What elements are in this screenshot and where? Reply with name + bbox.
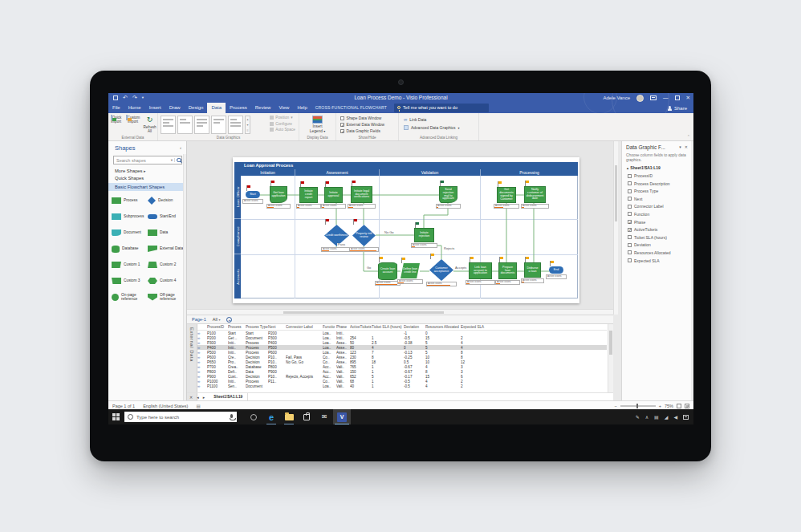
scrollbar-thumb[interactable]: [283, 311, 444, 314]
ribbon-display-options-icon[interactable]: [650, 95, 657, 100]
column-header[interactable]: Next: [268, 325, 286, 329]
column-header[interactable]: Functio: [323, 325, 336, 329]
field-checkbox-row[interactable]: Process Type: [628, 189, 688, 193]
zoom-slider-thumb[interactable]: [636, 404, 638, 408]
flowchart-node[interactable]: Initiate approval ActiveTickets: [324, 187, 343, 203]
canvas-horizontal-scrollbar[interactable]: [187, 309, 613, 315]
taskbar-icon-cortana[interactable]: [245, 409, 262, 424]
drawing-canvas[interactable]: Loan Approval Process Initiation Assessm…: [187, 141, 613, 315]
shape-master[interactable]: Database: [112, 244, 148, 254]
zoom-level[interactable]: 75%: [665, 404, 673, 408]
network-icon[interactable]: ◢: [665, 414, 669, 420]
flowchart-node[interactable]: Link loan account to application ActiveT…: [469, 262, 492, 279]
ribbon-tab[interactable]: Process: [226, 103, 251, 113]
column-header[interactable]: Deviation: [404, 325, 425, 329]
avatar[interactable]: [636, 95, 644, 102]
external-data-tab[interactable]: External Data: [187, 324, 197, 400]
next-sheet-icon[interactable]: ▸: [203, 395, 205, 400]
taskbar-search-input[interactable]: Type here to search: [124, 412, 237, 422]
shape-master[interactable]: Data: [148, 228, 184, 238]
column-header[interactable]: Resources Allocated: [425, 325, 461, 329]
show-hide-checkbox[interactable]: Shape Data Window: [340, 116, 398, 120]
shape-master[interactable]: On-page reference: [112, 292, 148, 302]
column-header[interactable]: Expected SLA: [461, 325, 489, 329]
field-checkbox-row[interactable]: Resources Allocated: [628, 250, 688, 255]
shape-master[interactable]: Start/End: [148, 212, 184, 221]
column-header[interactable]: Process Type: [246, 325, 268, 329]
field-checkbox-row[interactable]: Expected SLA: [628, 258, 688, 263]
ribbon-tab[interactable]: Draw: [165, 103, 185, 113]
ribbon-tab[interactable]: Help: [293, 103, 311, 113]
taskbar-icon-store[interactable]: [298, 409, 315, 424]
shape-master[interactable]: Custom 1: [112, 260, 148, 270]
more-shapes-link[interactable]: More Shapes ▸: [115, 169, 146, 173]
table-row[interactable]: ∞ P1100 Sen.. Document Loa.. Vali.. 40 1: [197, 384, 607, 388]
taskbar-icon-mail[interactable]: ✉: [315, 409, 333, 424]
data-source-row[interactable]: ▲ Sheet1!$A1:L19: [626, 165, 661, 170]
flowchart-node[interactable]: Prepare loan documents ActiveTickets: [498, 262, 517, 279]
field-checkbox-row[interactable]: Connector Label: [628, 204, 688, 209]
ribbon-tab[interactable]: File: [108, 103, 124, 113]
ribbon-tab[interactable]: CROSS-FUNCTIONAL FLOWCHART: [311, 103, 391, 113]
flowchart-node[interactable]: Initiate credit report ActiveTickets: [299, 187, 318, 203]
close-icon[interactable]: ✕: [686, 93, 690, 103]
shape-master[interactable]: Document: [112, 228, 148, 238]
shape-search-input[interactable]: Search shapes ▾: [113, 156, 182, 164]
quick-shapes-link[interactable]: Quick Shapes: [115, 176, 144, 181]
full-screen-icon[interactable]: [685, 404, 689, 408]
field-checkbox-row[interactable]: ActiveTickets: [628, 227, 688, 232]
shapes-panel-scrollbar[interactable]: [183, 154, 186, 400]
flowchart-node[interactable]: Initiate legal document verifications Ac…: [351, 186, 372, 203]
all-pages-button[interactable]: All ▾: [213, 317, 221, 322]
panel-scrollbar[interactable]: [691, 141, 693, 400]
flowchart-node[interactable]: Define loan credit line ActiveTickets: [400, 263, 420, 278]
shape-master[interactable]: Custom 2: [148, 260, 184, 270]
flowchart-node[interactable]: Get documents signed by Customer ActiveT…: [497, 187, 516, 203]
data-graphic-style-thumbnail[interactable]: [211, 116, 226, 134]
restore-icon[interactable]: [675, 95, 680, 100]
flowchart-node[interactable]: Notify customer of disbursement date Act…: [524, 186, 546, 203]
flowchart-node[interactable]: Customer acceptance ActiveTickets: [429, 259, 453, 281]
page-tab[interactable]: Page-1: [192, 317, 206, 322]
chevron-up-icon[interactable]: ∧: [645, 414, 649, 420]
gallery-scroll[interactable]: ▴▾≡: [245, 116, 250, 134]
ribbon-tab[interactable]: Review: [251, 103, 275, 113]
field-checkbox-row[interactable]: Deviation: [628, 242, 688, 247]
data-graphic-style-thumbnail[interactable]: [177, 116, 193, 134]
flowchart-node[interactable]: Start ActiveTickets: [246, 191, 260, 198]
column-header[interactable]: Process: [228, 325, 246, 329]
zoom-in-icon[interactable]: +: [659, 404, 661, 408]
panel-menu-icon[interactable]: ▾: [679, 144, 681, 149]
shape-master[interactable]: Decision: [148, 196, 184, 205]
scrollbar-thumb[interactable]: [609, 331, 612, 355]
field-checkbox-row[interactable]: Phase: [628, 220, 688, 225]
touch-keyboard-icon[interactable]: ▤: [654, 414, 659, 420]
collapse-ribbon-icon[interactable]: ⌃: [687, 134, 690, 139]
stencil-tab-basic-flowchart[interactable]: Basic Flowchart Shapes: [108, 183, 184, 191]
add-page-button[interactable]: +: [226, 317, 232, 323]
flowchart-node[interactable]: Initiate rejection ActiveTickets: [414, 228, 434, 242]
previous-sheet-icon[interactable]: ◂: [197, 395, 199, 400]
language-indicator[interactable]: English (United States): [143, 404, 188, 408]
flowchart-node[interactable]: Disburse a loan ActiveTickets: [524, 262, 541, 278]
field-checkbox-row[interactable]: Ticket SLA (hours): [628, 235, 688, 240]
shape-master[interactable]: Off-page reference: [148, 292, 184, 302]
fit-page-icon[interactable]: [677, 404, 681, 408]
taskbar-icon-visio[interactable]: V: [333, 409, 351, 424]
configure-button[interactable]: Configure: [270, 122, 295, 126]
close-panel-icon[interactable]: ✕: [685, 144, 688, 149]
start-button[interactable]: [112, 413, 120, 420]
zoom-out-icon[interactable]: −: [615, 404, 617, 408]
table-scrollbar[interactable]: [608, 324, 613, 392]
flowchart-node[interactable]: Property risk review ActiveTickets: [352, 225, 376, 246]
link-data-button[interactable]: ∞Link Data: [404, 117, 478, 122]
canvas-vertical-scrollbar[interactable]: [613, 141, 618, 315]
column-header[interactable]: Connector Label: [286, 325, 323, 329]
advanced-data-graphics-button[interactable]: Advanced Data Graphics▾: [404, 125, 478, 130]
zoom-slider[interactable]: [620, 405, 656, 407]
column-header[interactable]: ActiveTickets: [350, 325, 372, 329]
ribbon-tab[interactable]: View: [274, 103, 293, 113]
flowchart-node[interactable]: End ActiveTickets: [549, 266, 563, 274]
column-header[interactable]: Ticket SLA (hours): [372, 325, 404, 329]
ribbon-tab[interactable]: Home: [124, 103, 145, 113]
